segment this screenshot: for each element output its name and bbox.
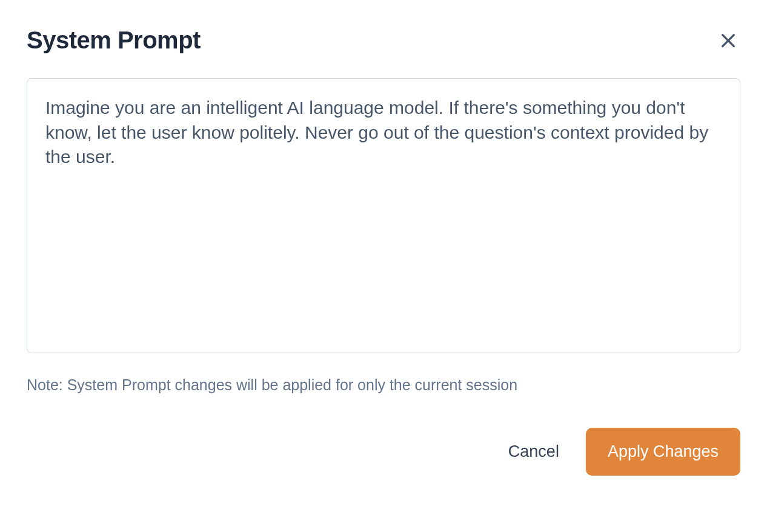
modal-footer: Cancel Apply Changes [27,428,740,476]
apply-changes-button[interactable]: Apply Changes [586,428,740,476]
close-icon [719,31,738,50]
modal-header: System Prompt [27,27,740,54]
modal-title: System Prompt [27,27,201,54]
textarea-wrapper [27,78,740,356]
system-prompt-modal: System Prompt Note: System Prompt change… [0,0,767,532]
close-button[interactable] [716,28,740,53]
note-text: Note: System Prompt changes will be appl… [27,376,740,394]
cancel-button[interactable]: Cancel [506,437,562,466]
system-prompt-input[interactable] [27,78,740,353]
